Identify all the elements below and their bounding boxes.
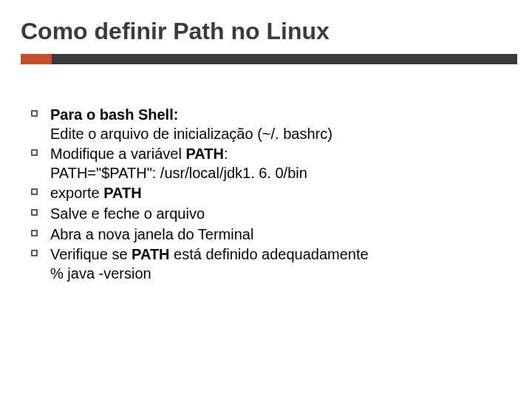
text-line: % java -version [50, 265, 151, 282]
text-line: PATH="$PATH": /usr/local/jdk1. 6. 0/bin [50, 165, 307, 181]
bullet-icon [31, 110, 38, 117]
list-item: Salve e feche o arquivo [22, 205, 517, 224]
text-line: Edite o arquivo de inicialização (~/. ba… [50, 126, 332, 142]
text-bold: PATH [185, 146, 223, 162]
list-item-text: exporte PATH [50, 184, 517, 203]
list-item-text: Modifique a variável PATH: PATH="$PATH":… [50, 145, 517, 183]
list-item: Para o bash Shell: Edite o arquivo de in… [22, 106, 517, 143]
text-bold: PATH [132, 246, 169, 262]
text-line: Modifique a variável [50, 146, 185, 162]
text-bold: Para o bash Shell: [50, 106, 178, 123]
bullet-icon [31, 209, 38, 216]
text-line: Salve e feche o arquivo [50, 205, 205, 222]
list-item: Abra a nova janela do Terminal [22, 225, 517, 245]
text-bold: PATH [103, 185, 141, 201]
underline-accent [21, 54, 52, 64]
list-item: Modifique a variável PATH: PATH="$PATH":… [22, 145, 517, 183]
list-item-text: Verifique se PATH está definido adequada… [50, 245, 517, 283]
text-line: Abra a nova janela do Terminal [50, 226, 253, 242]
text-line: : [224, 146, 228, 162]
slide: Como definir Path no Linux Para o bash S… [0, 0, 532, 399]
text-line: exporte [50, 185, 103, 201]
slide-title: Como definir Path no Linux [21, 18, 517, 45]
list-item: Verifique se PATH está definido adequada… [22, 245, 517, 283]
bullet-list: Para o bash Shell: Edite o arquivo de in… [22, 106, 517, 283]
bullet-icon [31, 250, 38, 256]
content-area: Para o bash Shell: Edite o arquivo de in… [21, 106, 517, 283]
underline-main [52, 54, 517, 64]
text-line: Verifique se [50, 246, 132, 262]
list-item-text: Abra a nova janela do Terminal [50, 225, 517, 245]
list-item: exporte PATH [22, 184, 517, 203]
list-item-text: Para o bash Shell: Edite o arquivo de in… [50, 106, 517, 143]
text-line: está definido adequadamente [170, 246, 369, 262]
title-underline [21, 54, 517, 64]
bullet-icon [31, 230, 38, 236]
list-item-text: Salve e feche o arquivo [50, 205, 517, 224]
bullet-icon [31, 188, 38, 195]
bullet-icon [31, 149, 38, 156]
